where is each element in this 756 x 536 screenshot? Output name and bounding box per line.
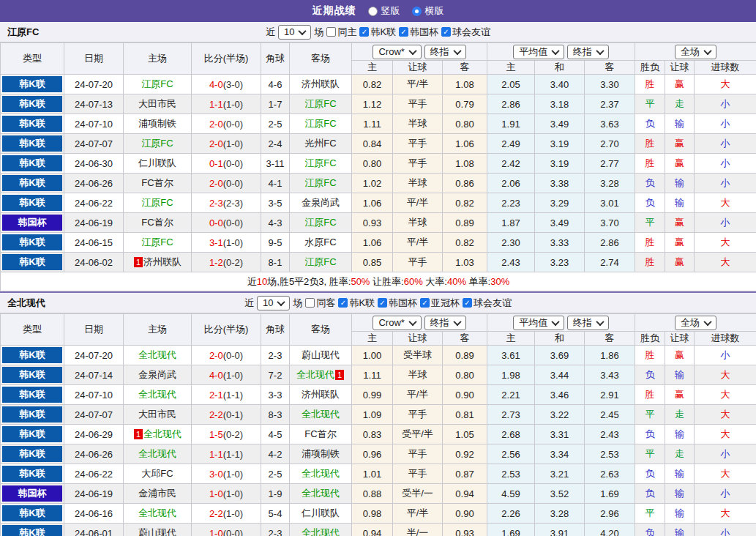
col-avg-home: 2.30 bbox=[487, 233, 535, 253]
col-header-type: 类型 bbox=[1, 43, 64, 75]
col-away-team[interactable]: 全北现代 bbox=[290, 484, 352, 504]
checkbox-label: 球会友谊 bbox=[452, 26, 490, 39]
final-odds-select-2[interactable]: 终指 bbox=[567, 316, 609, 330]
scope-select[interactable]: 全场 bbox=[675, 316, 716, 330]
final-odds-select[interactable]: 终指 bbox=[424, 316, 466, 330]
col-away-team[interactable]: 济州联队 bbox=[290, 385, 352, 405]
col-home-team[interactable]: 全北现代 bbox=[124, 346, 192, 365]
unchecked-checkbox-icon[interactable] bbox=[305, 298, 315, 308]
col-avg-away: 2.37 bbox=[585, 94, 635, 114]
col-away-team[interactable]: 全北现代1 bbox=[290, 365, 352, 385]
checked-checkbox-icon[interactable]: ✓ bbox=[420, 298, 430, 308]
final-odds-select-2[interactable]: 终指 bbox=[567, 45, 609, 59]
col-result-outcome: 负 bbox=[635, 365, 665, 385]
col-type: 韩K联 bbox=[1, 464, 64, 484]
col-away-team[interactable]: 仁川联队 bbox=[290, 504, 352, 524]
unchecked-checkbox-icon[interactable] bbox=[326, 27, 336, 37]
team-name-text: 仁川联队 bbox=[138, 157, 176, 168]
col-home-team[interactable]: 江原FC bbox=[124, 75, 192, 94]
col-home-team[interactable]: FC首尔 bbox=[124, 174, 192, 193]
filter-checkbox[interactable]: ✓球会友谊 bbox=[441, 26, 490, 39]
col-odds-handicap: 半球 bbox=[393, 213, 443, 233]
radio-unchecked-icon[interactable] bbox=[368, 7, 378, 16]
radio-checked-icon[interactable] bbox=[412, 7, 422, 16]
col-corners: 8-1 bbox=[261, 253, 290, 272]
score-fulltime: 2-0 bbox=[209, 178, 223, 189]
average-select[interactable]: 平均值 bbox=[513, 45, 564, 59]
col-away-team[interactable]: 蔚山现代 bbox=[290, 346, 352, 365]
filter-checkbox[interactable]: 同主 bbox=[326, 26, 356, 39]
checked-checkbox-icon[interactable]: ✓ bbox=[441, 27, 451, 37]
match-type-badge: 韩K联 bbox=[2, 446, 62, 462]
checked-checkbox-icon[interactable]: ✓ bbox=[359, 27, 369, 37]
col-home-team[interactable]: 大田市民 bbox=[124, 405, 192, 425]
checked-checkbox-icon[interactable]: ✓ bbox=[338, 298, 348, 308]
average-select[interactable]: 平均值 bbox=[513, 316, 564, 330]
filter-checkbox[interactable]: ✓韩K联 bbox=[338, 297, 375, 310]
col-away-team[interactable]: 济州联队 bbox=[290, 75, 352, 94]
layout-radio-vertical[interactable]: 竖版 bbox=[368, 4, 400, 18]
col-home-team[interactable]: 1济州联队 bbox=[124, 253, 192, 272]
col-home-team[interactable]: 大田市民 bbox=[124, 94, 192, 114]
col-away-team[interactable]: 光州FC bbox=[290, 134, 352, 154]
col-away-team[interactable]: FC首尔 bbox=[290, 425, 352, 444]
col-home-team[interactable]: 全北现代 bbox=[124, 385, 192, 405]
col-home-team[interactable]: 仁川联队 bbox=[124, 154, 192, 174]
filter-checkbox[interactable]: 同客 bbox=[305, 297, 335, 310]
filter-checkbox[interactable]: ✓亚冠杯 bbox=[420, 297, 460, 310]
match-row: 韩K联24-06-16全北现代2-2(1-0)5-4仁川联队0.98平/半0.9… bbox=[1, 504, 756, 524]
checked-checkbox-icon[interactable]: ✓ bbox=[378, 298, 387, 308]
col-score: 2-0(0-0) bbox=[192, 174, 261, 193]
filter-checkbox[interactable]: ✓球会友谊 bbox=[463, 297, 512, 310]
filter-checkbox[interactable]: ✓韩国杯 bbox=[399, 26, 438, 39]
col-away-team[interactable]: 全北现代 bbox=[290, 464, 352, 484]
match-row: 韩K联24-07-07江原FC2-0(1-0)2-4光州FC0.84平手1.06… bbox=[1, 134, 756, 154]
col-away-team[interactable]: 金泉尚武 bbox=[290, 193, 352, 213]
col-home-team[interactable]: 金浦市民 bbox=[124, 484, 192, 504]
col-odds-handicap: 受平/半 bbox=[393, 425, 443, 444]
final-odds-select[interactable]: 终指 bbox=[424, 45, 466, 59]
col-away-team[interactable]: 江原FC bbox=[290, 154, 352, 174]
handicap-odds-group: Crow* 终指 bbox=[352, 43, 487, 61]
match-count-select[interactable]: 10 bbox=[257, 296, 290, 310]
col-avg-draw: 3.34 bbox=[535, 444, 585, 464]
col-home-team[interactable]: 江原FC bbox=[124, 134, 192, 154]
col-away-team[interactable]: 浦项制铁 bbox=[290, 444, 352, 464]
col-home-team[interactable]: 大邱FC bbox=[124, 464, 192, 484]
bookmaker-select[interactable]: Crow* bbox=[373, 45, 421, 59]
col-home-team[interactable]: 蔚山现代 bbox=[124, 524, 192, 536]
col-away-team[interactable]: 江原FC bbox=[290, 94, 352, 114]
filter-checkbox[interactable]: ✓韩K联 bbox=[359, 26, 396, 39]
checked-checkbox-icon[interactable]: ✓ bbox=[399, 27, 408, 37]
bookmaker-select[interactable]: Crow* bbox=[373, 316, 421, 330]
filter-bar: 近 10 场 同客✓韩K联✓韩国杯✓亚冠杯✓球会友谊 bbox=[244, 296, 512, 310]
col-odds-away: 0.94 bbox=[443, 484, 487, 504]
col-result-goals: 小 bbox=[695, 174, 756, 193]
chevron-down-icon bbox=[408, 317, 416, 325]
col-home-team[interactable]: 浦项制铁 bbox=[124, 114, 192, 134]
col-home-team[interactable]: 金泉尚武 bbox=[124, 365, 192, 385]
match-count-select[interactable]: 10 bbox=[278, 25, 311, 40]
layout-radio-horizontal[interactable]: 横版 bbox=[412, 4, 444, 18]
match-type-badge: 韩K联 bbox=[2, 195, 62, 211]
col-away-team[interactable]: 江原FC bbox=[290, 174, 352, 193]
scope-select[interactable]: 全场 bbox=[675, 45, 716, 59]
col-avg-draw: 3.31 bbox=[535, 425, 585, 444]
col-away-team[interactable]: 江原FC bbox=[290, 114, 352, 134]
col-avg-home: 2.56 bbox=[487, 444, 535, 464]
col-home-team[interactable]: 全北现代 bbox=[124, 504, 192, 524]
filter-checkbox[interactable]: ✓韩国杯 bbox=[378, 297, 417, 310]
col-away-team[interactable]: 江原FC bbox=[290, 213, 352, 233]
col-home-team[interactable]: 江原FC bbox=[124, 233, 192, 253]
team-name-text: 江原FC bbox=[141, 237, 173, 247]
col-away-team[interactable]: 全北现代 bbox=[290, 405, 352, 425]
col-avg-away: 1.86 bbox=[585, 346, 635, 365]
col-home-team[interactable]: FC首尔 bbox=[124, 213, 192, 233]
col-home-team[interactable]: 1全北现代 bbox=[124, 425, 192, 444]
col-away-team[interactable]: 江原FC bbox=[290, 253, 352, 272]
col-away-team[interactable]: 全北现代 bbox=[290, 524, 352, 536]
col-away-team[interactable]: 水原FC bbox=[290, 233, 352, 253]
col-home-team[interactable]: 全北现代 bbox=[124, 444, 192, 464]
checked-checkbox-icon[interactable]: ✓ bbox=[463, 298, 472, 308]
col-home-team[interactable]: 江原FC bbox=[124, 193, 192, 213]
